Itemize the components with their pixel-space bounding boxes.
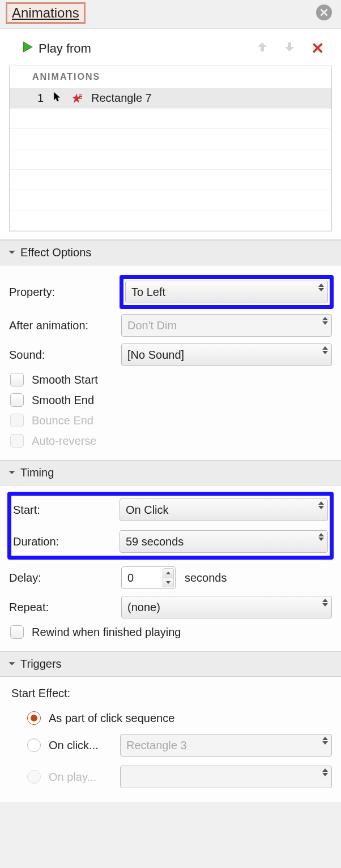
repeat-select[interactable]: (none) [121, 596, 332, 618]
start-select[interactable]: On Click [120, 499, 328, 521]
list-item[interactable]: 1 Rectangle 7 [10, 88, 331, 109]
select-spinner-icon [318, 283, 324, 291]
animations-listbox: ANIMATIONS 1 Rectangle 7 [9, 66, 332, 231]
after-animation-label: After animation: [9, 319, 121, 332]
section-title: Triggers [20, 658, 62, 671]
start-effect-label: Start Effect: [9, 682, 332, 704]
animations-list-section: Play from ✕ ANIMATIONS 1 Rectangle 7 [0, 28, 341, 240]
auto-reverse-row: Auto-reverse [9, 431, 332, 451]
svg-rect-0 [79, 94, 82, 96]
property-value: To Left [131, 286, 165, 299]
select-spinner-icon [322, 317, 328, 325]
list-item-empty [10, 109, 331, 129]
list-item-empty [10, 149, 331, 170]
sound-label: Sound: [9, 349, 121, 362]
repeat-value: (none) [127, 601, 160, 614]
select-spinner-icon [322, 346, 328, 354]
rewind-label: Rewind when finished playing [32, 626, 181, 639]
delay-unit: seconds [185, 571, 227, 585]
delay-value: 0 [127, 571, 134, 585]
trigger-onclick-radio[interactable] [27, 738, 41, 752]
titlebar: Animations [0, 0, 341, 28]
smooth-end-checkbox[interactable] [10, 393, 24, 407]
select-spinner-icon [322, 768, 328, 776]
smooth-end-label: Smooth End [32, 394, 94, 407]
smooth-start-label: Smooth Start [32, 373, 98, 386]
sound-select[interactable]: [No Sound] [121, 343, 332, 366]
rewind-checkbox[interactable] [10, 625, 24, 639]
duration-value: 59 seconds [126, 535, 184, 548]
auto-reverse-label: Auto-reverse [32, 435, 97, 448]
chevron-down-icon [8, 246, 16, 259]
svg-rect-2 [79, 98, 82, 99]
after-animation-select: Don't Dim [121, 314, 332, 337]
trigger-onplay-row: On play... [27, 761, 332, 793]
animations-panel: Animations Play from ✕ ANIMATIONS 1 [0, 0, 341, 802]
trigger-onclick-value: Rectangle 3 [126, 739, 187, 752]
play-icon[interactable] [22, 41, 34, 56]
section-header-timing[interactable]: Timing [0, 460, 341, 485]
select-spinner-icon [318, 533, 324, 541]
trigger-sequence-radio[interactable] [27, 711, 41, 725]
property-select[interactable]: To Left [125, 281, 328, 303]
select-spinner-icon [322, 737, 328, 745]
list-item-empty [10, 170, 331, 190]
trigger-sequence-label: As part of click sequence [49, 712, 174, 725]
list-item-empty [10, 190, 331, 210]
smooth-start-row[interactable]: Smooth Start [9, 369, 332, 390]
sound-value: [No Sound] [127, 349, 184, 362]
cursor-icon [53, 92, 62, 105]
trigger-onclick-row[interactable]: On click... Rectangle 3 [27, 729, 332, 761]
panel-title: Animations [12, 5, 79, 20]
trigger-onplay-radio [27, 770, 41, 784]
delay-stepper[interactable] [163, 568, 174, 587]
trigger-onplay-label: On play... [49, 771, 112, 784]
move-down-button[interactable] [278, 40, 301, 57]
effect-type-icon [71, 93, 82, 104]
section-header-effect-options[interactable]: Effect Options [0, 240, 341, 265]
timing-body: Start: On Click Duration: 59 seconds [0, 485, 341, 651]
rewind-row[interactable]: Rewind when finished playing [9, 622, 332, 642]
duration-label: Duration: [13, 535, 120, 548]
remove-animation-button[interactable]: ✕ [305, 39, 330, 58]
close-panel-button[interactable] [316, 5, 332, 20]
auto-reverse-checkbox [10, 434, 24, 448]
effect-options-body: Property: To Left After animation: Don't… [0, 265, 341, 460]
start-label: Start: [13, 504, 120, 517]
section-header-triggers[interactable]: Triggers [0, 651, 341, 677]
smooth-end-row[interactable]: Smooth End [9, 390, 332, 410]
list-item-index: 1 [32, 92, 44, 105]
property-label: Property: [9, 286, 121, 299]
list-item-name: Rectangle 7 [91, 92, 152, 105]
tab-animations[interactable]: Animations [6, 2, 86, 24]
section-title: Timing [20, 466, 54, 479]
trigger-onclick-label: On click... [49, 739, 112, 752]
trigger-onplay-select [120, 766, 332, 788]
list-header: ANIMATIONS [10, 66, 331, 88]
smooth-start-checkbox[interactable] [10, 373, 24, 386]
list-item-empty [10, 210, 331, 231]
close-icon [320, 8, 328, 16]
play-from-label: Play from [39, 41, 246, 56]
move-up-button[interactable] [251, 40, 274, 57]
triggers-body: Start Effect: As part of click sequence … [0, 677, 341, 802]
svg-rect-1 [79, 96, 82, 97]
trigger-onclick-select: Rectangle 3 [120, 734, 332, 757]
bounce-end-label: Bounce End [32, 414, 93, 427]
bounce-end-row: Bounce End [9, 410, 332, 431]
start-value: On Click [126, 504, 169, 517]
duration-select[interactable]: 59 seconds [120, 530, 328, 553]
chevron-down-icon [8, 466, 16, 479]
section-title: Effect Options [20, 246, 91, 259]
list-item-empty [10, 129, 331, 149]
delay-input[interactable]: 0 [121, 566, 176, 589]
play-from-row: Play from ✕ [9, 36, 332, 66]
bounce-end-checkbox [10, 414, 24, 427]
chevron-down-icon [8, 658, 16, 671]
select-spinner-icon [318, 501, 324, 509]
trigger-sequence-row[interactable]: As part of click sequence [27, 707, 332, 729]
repeat-label: Repeat: [9, 601, 121, 614]
after-animation-value: Don't Dim [127, 319, 177, 332]
select-spinner-icon [322, 599, 328, 607]
delay-label: Delay: [9, 571, 121, 585]
